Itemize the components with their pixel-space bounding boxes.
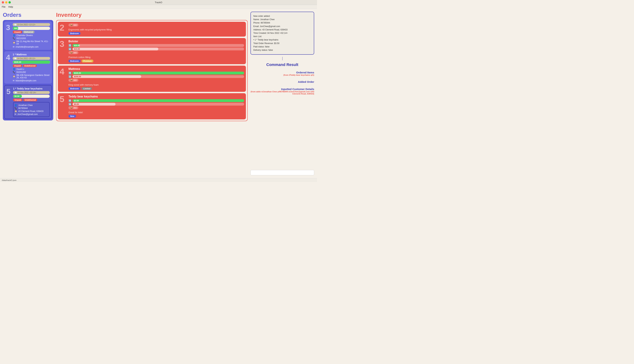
house-icon-5: 🏠	[14, 110, 17, 112]
orders-panel: Orders 3 🕐 13 Oct 2022 <13:12> $60.00	[3, 12, 53, 175]
order-info-title: New order added:	[253, 14, 311, 18]
inv-name-5: Teddy bear keychains	[68, 95, 244, 98]
inv-cost-bar-5: $0.89	[72, 103, 244, 106]
inventory-card-4[interactable]: 4 Mattress ⬆️ $500.00 ⬇️	[58, 66, 246, 92]
order-card-5[interactable]: 5 1 * Teddy bear keychains 🕐 04 Nov 2022…	[4, 85, 52, 119]
info-line-6: • 1 * Teddy bear keychains	[253, 38, 311, 42]
order-item-name-4: 1 * Mattress	[13, 53, 50, 56]
titlebar: TrackO	[0, 0, 317, 5]
orders-list: 3 🕐 13 Oct 2022 <13:12> $60.00 Unpaid	[3, 20, 53, 120]
inv-details-2: 📦 300 Ergonomic with recycled polystyren…	[68, 24, 244, 35]
order-address-3: 🏠 Blk 11 Ang Mo Kio Street 74, #11-04	[13, 40, 50, 45]
arrow-down-icon-5: ⬇️	[68, 103, 72, 106]
inv-number-5: 5	[60, 95, 67, 118]
inv-sell-fill-4: $500.00	[72, 72, 244, 74]
inv-name-4: Mattress	[68, 68, 244, 70]
inv-details-4: Mattress ⬆️ $500.00 ⬇️ $200	[68, 68, 244, 90]
inventory-card-3[interactable]: 3 Bolster ⬆️ $20.00 ⬇️	[58, 38, 246, 64]
inventory-card-2[interactable]: 2 📦 300 Ergonomic with recycled polystyr…	[58, 22, 246, 36]
inventory-title: Inventory	[56, 12, 248, 18]
inv-cost-fill-4: $200.00	[72, 75, 141, 78]
badge-unpaid-4: Unpaid	[13, 64, 22, 67]
inv-description-4: King-sized with memory foam	[68, 84, 244, 86]
annotation-customer-details: Inputted Customer Details (from addo n/J…	[250, 88, 314, 95]
order-phone-4: 📞 91031282	[13, 71, 50, 74]
ann-customer-details-sub: (from addo n/Jonathan Chee p/96785944 e/…	[250, 90, 314, 95]
inv-stock-badge-2: 📦 300	[68, 24, 78, 26]
order-badges-4: Unpaid Undelivered	[13, 64, 50, 67]
order-number-3: 3	[6, 23, 11, 48]
inv-stock-badge-4: 📦 300	[68, 79, 78, 82]
inv-stock-badge-5: 📦 350	[68, 106, 78, 109]
order-address-4: 🏠 Blk 436 Serangoon Gardens Street 26, #…	[13, 74, 50, 79]
command-input-container	[250, 166, 314, 175]
annotation-added-order: Added Order	[250, 80, 314, 83]
command-input[interactable]	[250, 170, 314, 175]
info-line-3: Address: 43 Clementi Road, 639433	[253, 28, 311, 32]
order-details-5: 1 * Teddy bear keychains 🕐 04 Nov 2022 <…	[13, 87, 50, 117]
info-line-5: Item List:	[253, 35, 311, 38]
stock-icon-3: 📦	[70, 52, 73, 54]
house-icon-3: 🏠	[13, 42, 16, 44]
info-line-0: Name: Jonathan Chee	[253, 18, 311, 21]
inv-cost-bar-3: $10.00	[72, 48, 244, 50]
order-item-name-5: 1 * Teddy bear keychains	[13, 87, 50, 90]
arrow-up-icon-4: ⬆️	[68, 72, 72, 74]
ann-customer-details-main: Inputted Customer Details	[250, 88, 314, 90]
stock-icon-4: 📦	[70, 79, 73, 81]
order-info-box: New order added: Name: Jonathan Chee Pho…	[250, 12, 314, 55]
inv-description-5: Great for kids!	[68, 111, 244, 114]
arrow-connector	[250, 57, 314, 60]
info-line-2: Email: JonChee@gmail.com	[253, 25, 311, 28]
info-line-4: Time Created: 04 Nov 2022 <02:14>	[253, 32, 311, 35]
menubar: File Help	[0, 5, 317, 9]
order-amount-5: $3.50	[14, 95, 20, 97]
info-line-9: Delivery status: false	[253, 48, 311, 52]
menu-file[interactable]: File	[2, 6, 6, 8]
house-icon-4: 🏠	[13, 75, 16, 78]
arrow-up-icon-5: ⬆️	[68, 99, 72, 102]
order-name-3: 👤 Charlotte Oliveiro	[13, 34, 50, 36]
badge-undelivered-5: Undelivered	[23, 98, 37, 101]
inv-description-2: Ergonomic with recycled polystyrene fill…	[68, 28, 244, 31]
info-line-8: Paid status: false	[253, 45, 311, 48]
inv-cost-fill-5: $0.89	[72, 103, 116, 106]
order-phone-3: 📞 93210283	[13, 37, 50, 40]
info-line-7: Total Order Revenue: $3.50	[253, 42, 311, 45]
order-badges-3: Unpaid Delivered	[13, 30, 50, 34]
order-amount-4: $500.00	[14, 61, 21, 63]
inv-tag-new-5: New	[68, 115, 76, 118]
menu-help[interactable]: Help	[8, 6, 13, 8]
order-card-4[interactable]: 4 1 * Mattress 🕐 14 Oct 2022 <20:12> $50…	[4, 51, 52, 84]
inventory-card-5[interactable]: 5 Teddy bear keychains ⬆️ $3.50 ⬇️	[58, 93, 246, 120]
order-email-3: ✉ charlotte@example.com	[13, 46, 50, 48]
maximize-button[interactable]	[8, 1, 11, 4]
order-phone-5: 📞 96785944	[14, 107, 48, 110]
inv-tag-bedroom-2: Bedroom	[68, 32, 80, 35]
inv-sell-bar-5: $3.50	[72, 99, 244, 102]
order-name-5: 👤 Jonathan Chee	[14, 104, 48, 106]
stock-icon-5: 📦	[70, 107, 73, 109]
window-controls	[2, 1, 11, 4]
inv-tag-bedroom-4: Bedroom	[68, 87, 80, 90]
order-card-3[interactable]: 3 🕐 13 Oct 2022 <13:12> $60.00 Unpaid	[4, 22, 52, 50]
minimize-button[interactable]	[5, 1, 8, 4]
inv-tags-5: New	[68, 115, 244, 118]
arrow-down-icon-3: ⬇️	[68, 48, 72, 50]
inventory-panel: Inventory 2 📦 300 Ergonomic with recycle…	[56, 12, 248, 175]
inv-details-5: Teddy bear keychains ⬆️ $3.50 ⬇️	[68, 95, 244, 118]
info-line-1: Phone: 96785944	[253, 21, 311, 24]
orders-title: Orders	[3, 12, 53, 18]
annotations-container: Ordered Items (from i/Teddy bear keychai…	[250, 71, 314, 96]
inv-tag-premium-3: Premium	[82, 60, 94, 62]
badge-undelivered-4: Undelivered	[23, 64, 37, 67]
order-address-5: 🏠 43 Clementi Road, 639433	[14, 110, 48, 112]
order-date-bar-4: 🕐 14 Oct 2022 <20:12>	[13, 57, 50, 60]
order-date-4: 🕐 14 Oct 2022 <20:12>	[13, 57, 50, 60]
inv-sell-fill-3: $20.00	[72, 44, 80, 47]
order-details-4: 1 * Mattress 🕐 14 Oct 2022 <20:12> $500.…	[13, 53, 50, 82]
close-button[interactable]	[2, 1, 4, 4]
order-amount-3: $60.00	[14, 27, 20, 29]
ann-ordered-items-sub: (from i/Teddy bear keychains q/1)	[250, 74, 314, 76]
email-icon-3: ✉	[13, 46, 14, 48]
